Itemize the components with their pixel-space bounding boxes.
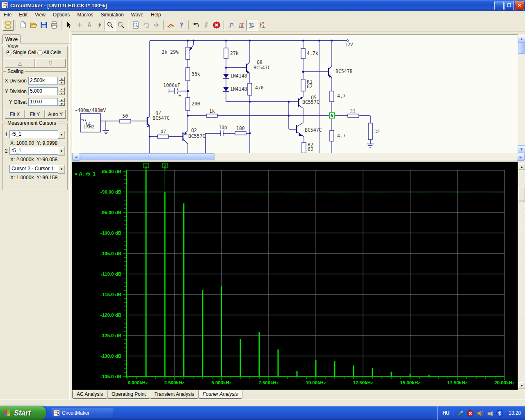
help-button[interactable]: ? <box>176 20 186 30</box>
tab-ac-analysis[interactable]: AC Analysis <box>72 390 107 399</box>
bluetooth-icon[interactable] <box>496 410 503 417</box>
mixed-scope-button[interactable] <box>247 20 258 31</box>
probe-tool-button[interactable] <box>105 20 116 31</box>
svg-text:A: A <box>87 21 91 29</box>
y-division-spinner[interactable]: ▲▼ <box>59 87 65 95</box>
open-icon <box>30 21 38 29</box>
scroll-up-icon[interactable]: ▲ <box>518 163 525 170</box>
spinner-down-icon[interactable]: ▼ <box>59 91 65 96</box>
svg-text:12V: 12V <box>345 42 353 48</box>
x-division-field[interactable] <box>28 77 58 84</box>
parts-bin-button[interactable] <box>2 20 14 31</box>
y-offset-spinner[interactable]: ▲▼ <box>59 98 65 106</box>
plot-legend: ● A: r5_1 <box>75 171 96 177</box>
menu-options[interactable]: Options <box>49 11 73 18</box>
taskbar-item-circuitmaker[interactable]: CircuitMaker <box>51 407 114 419</box>
schematic-canvas[interactable]: -480m/480mV1kHz50Q7BC547C47Q2BC557C2k 29… <box>72 35 518 153</box>
chevron-down-icon[interactable]: ▼ <box>58 130 65 139</box>
undo-button[interactable] <box>191 20 201 30</box>
tab-operating-point[interactable]: Operating Point <box>107 390 150 399</box>
rotate-button[interactable] <box>141 20 151 30</box>
spinner-down-icon[interactable]: ▼ <box>59 81 65 85</box>
svg-text:-85.00 dB: -85.00 dB <box>100 169 121 174</box>
svg-text:180: 180 <box>236 126 245 131</box>
volume-icon[interactable] <box>477 410 484 417</box>
schematic-hscrollbar[interactable]: ◄ ► <box>72 153 525 160</box>
svg-text:2k 29%: 2k 29% <box>162 49 179 55</box>
scroll-down-icon[interactable]: ▼ <box>518 382 525 389</box>
x-division-spinner[interactable]: ▲▼ <box>59 77 65 84</box>
spinner-up-icon[interactable]: ▲ <box>59 87 65 91</box>
start-button[interactable]: Start <box>0 406 46 420</box>
text-tool-button[interactable]: A <box>84 20 94 30</box>
menu-edit[interactable]: Edit <box>15 11 31 18</box>
fit-y-button[interactable]: Fit Y <box>25 110 45 119</box>
analog-scope-button[interactable] <box>236 20 247 30</box>
print-button[interactable] <box>49 20 59 30</box>
menu-macros[interactable]: Macros <box>73 11 97 18</box>
security-alert-icon[interactable] <box>467 410 474 417</box>
y-offset-field[interactable] <box>28 98 58 106</box>
scroll-up-icon[interactable]: ▲ <box>518 35 525 43</box>
vscroll-thumb[interactable] <box>518 42 525 54</box>
save-button[interactable] <box>39 20 49 30</box>
cursor-tool-button[interactable] <box>64 20 74 30</box>
simulate-button[interactable] <box>94 20 105 30</box>
chevron-down-icon[interactable]: ▼ <box>58 165 65 173</box>
close-button[interactable]: ✕ <box>515 1 524 10</box>
logic-analyzer-button[interactable] <box>258 20 268 30</box>
zoom-tool-button[interactable] <box>116 20 126 30</box>
plot-scroll-thumb[interactable] <box>518 187 525 201</box>
spinner-down-icon[interactable]: ▼ <box>59 102 65 106</box>
tab-fourier-analysis[interactable]: Fourier Analysis <box>198 390 242 399</box>
new-button[interactable] <box>18 20 28 30</box>
restore-button[interactable]: ❐ <box>504 1 514 10</box>
menu-help[interactable]: Help <box>147 11 165 18</box>
menu-view[interactable]: View <box>31 11 49 18</box>
removable-device-icon[interactable] <box>486 410 493 417</box>
chevron-down-icon[interactable]: ▼ <box>58 147 65 155</box>
scroll-right-icon[interactable]: ► <box>517 153 525 161</box>
pen-tablet-icon[interactable] <box>457 410 464 417</box>
menu-wave[interactable]: Wave <box>128 11 147 18</box>
plot-scrollbar[interactable]: ▲ ▼ <box>518 163 525 389</box>
y-offset-label: Y Offset <box>3 99 27 105</box>
cursor-delta-select[interactable]: Cursor 2 - Cursor 1 ▼ <box>9 165 65 173</box>
page-preview-button[interactable] <box>130 20 141 30</box>
place-part-button[interactable] <box>74 20 84 30</box>
schematic-vscrollbar[interactable]: ▲ ▼ <box>518 35 525 153</box>
spinner-up-icon[interactable]: ▲ <box>59 77 65 81</box>
scroll-left-icon[interactable]: ◄ <box>72 153 80 161</box>
svg-text:62: 62 <box>307 84 313 89</box>
open-button[interactable] <box>28 20 39 30</box>
all-cells-radio[interactable] <box>37 50 43 55</box>
waveform-plot[interactable]: ● A: r5_1 12-85.00 dB-90.00 dB-95.00 dB-… <box>72 162 518 390</box>
cursor1-signal-select[interactable]: r5_1 ▼ <box>9 130 65 139</box>
hscroll-thumb[interactable] <box>80 153 215 160</box>
menu-file[interactable]: File <box>0 11 15 18</box>
svg-text:1000uF: 1000uF <box>163 82 180 88</box>
svg-text:BC557C: BC557C <box>302 99 320 105</box>
tab-transient-analysis[interactable]: Transient Analysis <box>150 390 199 399</box>
menu-simulation[interactable]: Simulation <box>97 11 128 18</box>
menu-bar: File Edit View Options Macros Simulation… <box>0 11 525 19</box>
cell-down-button[interactable]: ▽ <box>35 58 66 68</box>
flip-button[interactable] <box>151 20 161 30</box>
language-indicator[interactable]: HU <box>443 410 454 416</box>
wire-edit-button[interactable] <box>166 20 176 30</box>
fit-x-button[interactable]: Fit X <box>5 110 25 119</box>
spinner-up-icon[interactable]: ▲ <box>59 98 65 102</box>
tab-wave[interactable]: Wave <box>2 34 21 43</box>
single-cell-radio[interactable] <box>6 50 11 55</box>
scroll-down-icon[interactable]: ▼ <box>518 145 525 153</box>
svg-text:BC547C: BC547C <box>253 65 271 71</box>
digital-scope-button[interactable] <box>226 20 236 30</box>
cursor2-signal-select[interactable]: r5_1 ▼ <box>9 147 65 155</box>
y-division-field[interactable] <box>28 87 58 95</box>
stop-simulation-button[interactable] <box>211 20 221 30</box>
svg-text:-120.0 dB: -120.0 dB <box>100 313 121 317</box>
auto-y-button[interactable]: Auto Y <box>45 110 66 119</box>
setup-button[interactable] <box>201 20 211 30</box>
minimize-button[interactable]: _ <box>494 1 504 10</box>
cell-up-button[interactable]: △ <box>5 58 35 68</box>
